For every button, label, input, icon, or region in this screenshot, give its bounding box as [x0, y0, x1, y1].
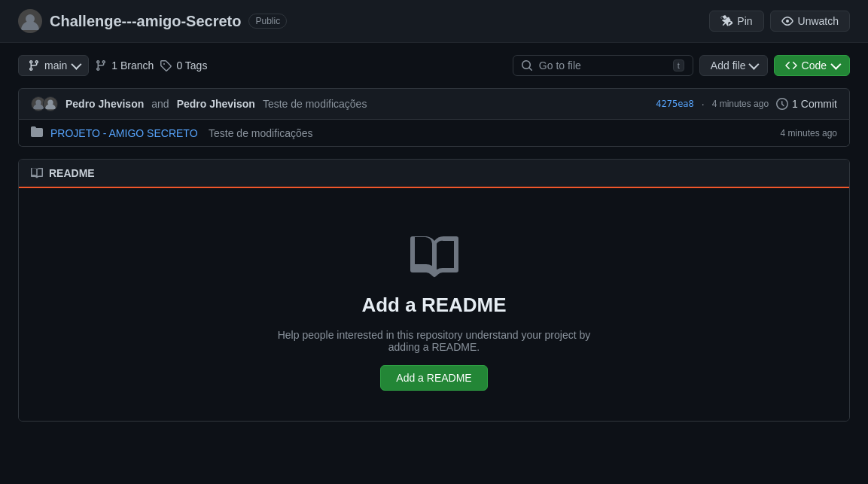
repo-name: Challenge---amigo-Secreto	[50, 13, 241, 30]
pin-icon	[720, 15, 732, 27]
tag-icon	[160, 59, 172, 72]
readme-section: README Add a README Help people interest…	[18, 159, 850, 422]
readme-tab-label: README	[49, 167, 95, 179]
commit-author1[interactable]: Pedro Jhevison	[65, 98, 144, 110]
clock-icon	[776, 98, 788, 110]
file-commit-msg: Teste de modificações	[209, 127, 754, 139]
commit-dot: ·	[702, 98, 705, 110]
commit-message: Teste de modificações	[263, 98, 367, 110]
file-search-box[interactable]: t	[513, 55, 693, 76]
repo-owner-avatar	[18, 9, 42, 33]
branch-count-section: 1 Branch	[95, 59, 154, 72]
add-readme-button[interactable]: Add a README	[380, 365, 487, 391]
content-area: Pedro Jhevison and Pedro Jhevison Teste …	[0, 88, 868, 422]
commit-bar: Pedro Jhevison and Pedro Jhevison Teste …	[18, 88, 850, 120]
add-file-chevron	[748, 59, 759, 70]
code-chevron	[830, 59, 841, 70]
toolbar: main 1 Branch 0 Tags t Add file Code	[0, 43, 868, 88]
pin-label: Pin	[737, 15, 752, 27]
tag-count-link[interactable]: 0 Tags	[176, 59, 207, 72]
search-input[interactable]	[539, 59, 667, 72]
book-icon	[31, 167, 43, 179]
branch-count-link[interactable]: 1 Branch	[111, 59, 154, 72]
readme-book-icon	[410, 233, 458, 282]
branch-count-icon	[95, 59, 107, 72]
avatar-2	[43, 96, 58, 111]
chevron-down-icon	[72, 59, 82, 70]
add-file-label: Add file	[711, 59, 746, 72]
file-time: 4 minutes ago	[762, 128, 837, 139]
readme-add-title: Add a README	[361, 294, 506, 317]
eye-icon	[781, 15, 793, 27]
search-shortcut: t	[673, 59, 684, 72]
tag-count-section: 0 Tags	[160, 59, 207, 72]
branch-icon	[28, 59, 40, 72]
commit-count[interactable]: 1 Commit	[776, 98, 837, 110]
commit-time: 4 minutes ago	[712, 99, 769, 109]
commit-hash[interactable]: 4275ea8	[656, 99, 694, 109]
search-icon	[521, 59, 533, 72]
unwatch-button[interactable]: Unwatch	[770, 11, 850, 32]
code-button[interactable]: Code	[774, 55, 850, 76]
table-row: PROJETO - AMIGO SECRETO Teste de modific…	[19, 120, 849, 146]
readme-subtitle: Help people interested in this repositor…	[276, 329, 592, 353]
header-actions: Pin Unwatch	[709, 11, 850, 32]
branch-selector[interactable]: main	[18, 55, 89, 76]
file-name-link[interactable]: PROJETO - AMIGO SECRETO	[50, 127, 201, 139]
visibility-badge: Public	[248, 14, 287, 29]
pin-button[interactable]: Pin	[709, 11, 763, 32]
code-icon	[785, 59, 797, 72]
folder-icon	[31, 126, 43, 140]
unwatch-label: Unwatch	[798, 15, 839, 27]
branch-name: main	[44, 59, 67, 72]
repo-header: Challenge---amigo-Secreto Public Pin Unw…	[0, 0, 868, 43]
commit-avatars	[31, 96, 58, 111]
repo-title-section: Challenge---amigo-Secreto Public	[18, 9, 287, 33]
commit-author2[interactable]: Pedro Jhevison	[177, 98, 255, 110]
readme-header: README	[19, 160, 849, 188]
code-label: Code	[802, 59, 827, 72]
add-file-button[interactable]: Add file	[699, 55, 768, 76]
commit-count-label: 1 Commit	[792, 98, 837, 110]
commit-connector: and	[151, 98, 169, 110]
readme-body: Add a README Help people interested in t…	[19, 188, 849, 421]
file-list: PROJETO - AMIGO SECRETO Teste de modific…	[18, 120, 850, 147]
